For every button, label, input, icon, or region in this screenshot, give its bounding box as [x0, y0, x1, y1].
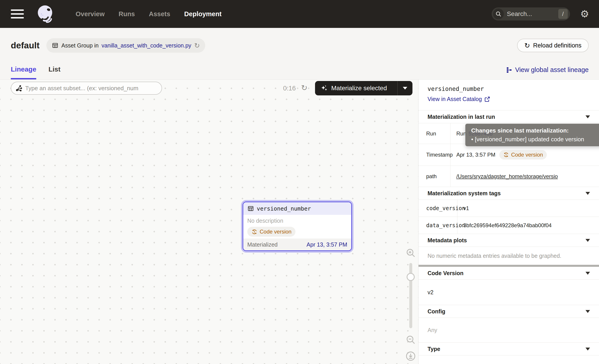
section-title: Config [428, 308, 445, 315]
row-label: path [419, 166, 450, 187]
caret-down-icon [585, 192, 590, 195]
breadcrumb: Asset Group in vanilla_asset_with_code_v… [46, 38, 205, 53]
caret-down-icon [585, 239, 590, 242]
table-row: Timestamp Apr 13, 3:57 PM Code version [419, 144, 599, 165]
section-title: Metadata plots [428, 237, 467, 244]
breadcrumb-file-link[interactable]: vanilla_asset_with_code_version.py [101, 42, 191, 49]
materialize-dropdown-button[interactable] [398, 81, 413, 95]
asset-subset-input[interactable] [11, 82, 162, 95]
tab-lineage[interactable]: Lineage [11, 65, 36, 79]
page-title: default [11, 41, 40, 50]
graph-node-icon [15, 85, 23, 92]
caret-down-icon [585, 347, 590, 350]
global-lineage-icon [506, 67, 512, 73]
reload-definitions-button[interactable]: ↻ Reload definitions [517, 39, 589, 52]
code-version-badge[interactable]: Code version [499, 150, 546, 159]
run-prefix: Run [456, 130, 466, 137]
asset-node-versioned-number[interactable]: versioned_number No description Code ver… [243, 202, 352, 251]
nav-tab-deployment[interactable]: Deployment [184, 10, 222, 18]
section-type[interactable]: Type [419, 343, 599, 355]
table-row: code_version v1 [419, 199, 599, 217]
nav-tab-runs[interactable]: Runs [119, 10, 135, 18]
tooltip-title: Changes since last materialization: [471, 127, 599, 134]
dagster-logo-icon[interactable] [37, 5, 55, 23]
materialize-label: Materialize selected [331, 85, 387, 92]
caret-down-icon [403, 87, 407, 89]
refresh-icon[interactable]: ↻ [301, 83, 308, 92]
zoom-controls [405, 248, 416, 362]
row-label: data_version [419, 217, 458, 234]
zoom-out-icon[interactable] [405, 335, 416, 345]
section-metadata-plots[interactable]: Metadata plots [419, 234, 599, 247]
asset-node-name: versioned_number [257, 205, 311, 212]
asset-node-body: No description Code version [243, 215, 351, 237]
sync-alert-icon [503, 152, 509, 158]
global-lineage-label: View global asset lineage [515, 66, 589, 74]
refresh-icon[interactable]: ↻ [194, 42, 200, 50]
reload-icon: ↻ [524, 42, 530, 50]
badge-label: Code version [511, 152, 543, 158]
search-icon [493, 9, 504, 19]
code-version-badge[interactable]: Code version [247, 227, 295, 237]
path-link[interactable]: /Users/sryza/dagster_home/storage/versio [456, 173, 558, 180]
zoom-slider-handle[interactable] [407, 273, 415, 281]
caret-down-icon [585, 115, 590, 118]
section-title: Materialization in last run [428, 114, 495, 120]
asset-node-footer: Materialized Apr 13, 3:57 PM [243, 239, 351, 250]
nav-tab-assets[interactable]: Assets [149, 10, 170, 18]
asset-node-header: versioned_number [243, 202, 351, 215]
lineage-canvas[interactable]: 0:16 ↻ Materialize selected versioned_nu… [0, 80, 419, 364]
tab-list[interactable]: List [48, 65, 60, 79]
breadcrumb-label: Asset Group in [62, 42, 98, 49]
timestamp-value: Apr 13, 3:57 PM [456, 152, 495, 158]
external-link-icon [484, 96, 490, 102]
materialized-time-link[interactable]: Apr 13, 3:57 PM [307, 241, 347, 248]
data-version-value: 3bfc269594ef649228e9a74bab00f04 [458, 217, 599, 234]
table-grid-icon [247, 205, 254, 212]
section-title: Code Version [428, 270, 464, 277]
view-in-asset-catalog-link[interactable]: View in Asset Catalog [428, 96, 490, 102]
auto-refresh-timer: 0:16 [283, 85, 296, 92]
reload-definitions-label: Reload definitions [533, 42, 581, 49]
caret-down-icon [585, 272, 590, 275]
table-grid-icon [52, 42, 59, 49]
panel-asset-name: versioned_number [428, 86, 590, 92]
table-row: data_version 3bfc269594ef649228e9a74bab0… [419, 217, 599, 234]
section-materialization-last-run[interactable]: Materialization in last run [419, 110, 599, 123]
code-version-definition-value: v2 [419, 280, 599, 305]
code-version-value: v1 [458, 200, 599, 217]
view-global-asset-lineage-link[interactable]: View global asset lineage [506, 66, 589, 79]
asset-details-panel: versioned_number View in Asset Catalog M… [419, 80, 599, 364]
metadata-plots-empty-message: No numeric metadata entries available to… [419, 247, 599, 265]
section-title: Type [428, 346, 440, 352]
section-code-version[interactable]: Code Version [419, 267, 599, 280]
zoom-in-icon[interactable] [405, 248, 416, 258]
search-placeholder: Search... [507, 10, 558, 17]
search-input[interactable]: Search... / [492, 8, 570, 20]
panel-splitter-handle[interactable] [419, 265, 599, 267]
asset-node-description: No description [247, 217, 347, 224]
page-header: default Asset Group in vanilla_asset_wit… [0, 28, 599, 61]
changes-tooltip: Changes since last materialization: • [v… [465, 124, 599, 146]
asset-subset-field[interactable] [25, 85, 158, 92]
sparkle-icon [320, 84, 328, 92]
table-row: path /Users/sryza/dagster_home/storage/v… [419, 165, 599, 187]
row-label: Run [419, 123, 450, 144]
nav-tabs: Overview Runs Assets Deployment [76, 10, 222, 18]
zoom-slider[interactable] [409, 263, 412, 328]
row-label: code_version [419, 200, 458, 217]
caret-down-icon [585, 310, 590, 313]
materialized-status-label: Materialized [247, 241, 278, 248]
download-icon[interactable] [405, 351, 416, 362]
nav-tab-overview[interactable]: Overview [76, 10, 105, 18]
materialize-selected-button[interactable]: Materialize selected [315, 81, 413, 95]
gear-icon[interactable]: ⚙ [580, 9, 589, 19]
config-value: Any [419, 318, 599, 343]
sync-alert-icon [251, 229, 257, 235]
menu-icon[interactable] [11, 9, 24, 18]
section-title: Materialization system tags [428, 190, 501, 197]
row-label: Timestamp [419, 144, 450, 165]
view-tabs: Lineage List View global asset lineage [0, 61, 599, 80]
section-materialization-system-tags[interactable]: Materialization system tags [419, 187, 599, 199]
section-config[interactable]: Config [419, 305, 599, 318]
